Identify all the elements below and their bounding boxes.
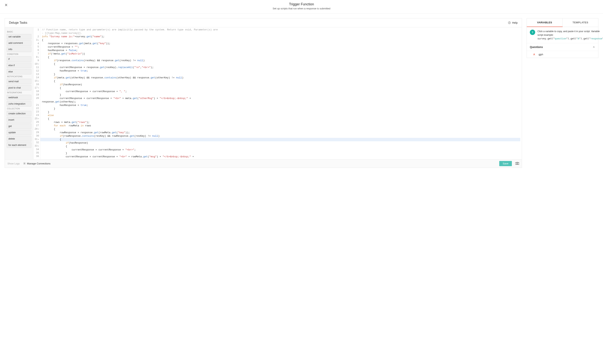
svg-rect-9 — [516, 164, 518, 164]
task-item-info[interactable]: info — [7, 47, 31, 52]
svg-rect-8 — [518, 163, 519, 163]
questions-section-title: Questions — [530, 46, 543, 48]
gutter: 123▼45678▼910▼1112131415▼1617▼1819202122… — [34, 27, 40, 159]
question-badge: A — [533, 53, 536, 56]
code-line[interactable]: } — [42, 110, 520, 114]
keyboard-icon[interactable] — [515, 162, 519, 165]
code-line[interactable]: hasResponse = false; — [42, 49, 520, 52]
line-number: 23 — [34, 110, 39, 114]
line-number: 20 — [34, 96, 39, 100]
variables-info: ? Click a variable to copy, and paste it… — [527, 27, 598, 43]
code-line[interactable]: if(meta.get(otherKey) && response.contai… — [42, 76, 520, 80]
task-item-send-mail[interactable]: send mail — [7, 79, 31, 84]
task-item-insert[interactable]: insert — [7, 117, 31, 123]
line-number: 3▼ — [34, 38, 39, 42]
manage-connections-link[interactable]: Manage Connections — [23, 162, 50, 165]
line-number: 4 — [34, 42, 39, 45]
code-line[interactable]: response.get(otherKey); — [42, 100, 520, 104]
code-line[interactable]: } — [42, 73, 520, 76]
task-item-update[interactable]: update — [7, 130, 31, 135]
tab-templates[interactable]: TEMPLATES — [563, 18, 598, 27]
task-item-post-to-chat[interactable]: post to chat — [7, 85, 31, 90]
line-number: 22 — [34, 107, 39, 110]
code-line[interactable]: if(response.contains(resKey) && response… — [42, 59, 520, 62]
page-subtitle: Set up scripts that run when a response … — [0, 7, 603, 10]
task-item-if[interactable]: if — [7, 56, 31, 62]
code-line[interactable]: if(rowResponse.contains(resKey) && rowRe… — [42, 134, 520, 138]
show-logs-link[interactable]: Show Logs — [7, 162, 20, 165]
task-group-title: BASIC — [7, 31, 31, 33]
task-item-for-each-element[interactable]: for each element — [7, 142, 31, 148]
task-item-else-if[interactable]: else if — [7, 63, 31, 68]
code-line[interactable]: { — [42, 128, 520, 131]
line-number: 29 — [34, 131, 39, 134]
help-label: Help — [512, 21, 518, 24]
code-line[interactable]: if(hasResponse) — [42, 83, 520, 86]
close-icon — [4, 3, 8, 7]
svg-rect-6 — [517, 163, 517, 163]
code-line[interactable]: if(hasResponse) — [42, 141, 520, 145]
code-line[interactable]: else — [42, 114, 520, 117]
line-number: 19 — [34, 93, 39, 96]
chevron-up-icon — [592, 46, 595, 48]
code-line[interactable]: } — [42, 107, 520, 110]
code-line[interactable]: } — [42, 152, 520, 155]
code-line[interactable]: // Function name, return type and parame… — [42, 28, 520, 32]
page-title: Trigger Function — [0, 2, 603, 6]
code-line[interactable]: hasResponse = true; — [42, 104, 520, 107]
code-line[interactable]: { — [42, 56, 520, 59]
code-line[interactable]: currentResponse = currentResponse + "<br… — [42, 148, 520, 152]
code-line[interactable]: if(!meta.get("isMatrix")) — [42, 52, 520, 56]
task-item-delete[interactable]: delete — [7, 136, 31, 141]
code-line[interactable]: currentResponse = currentResponse + "<b>… — [42, 155, 520, 158]
line-number: 36 — [34, 155, 39, 158]
code-line[interactable]: hasResponse = true; — [42, 69, 520, 73]
questions-section-header[interactable]: Questions — [527, 43, 598, 51]
task-item-else[interactable]: else — [7, 69, 31, 74]
task-group-title: INTEGRATIONS — [7, 92, 31, 94]
line-number: 13 — [34, 73, 39, 76]
line-number: 26 — [34, 120, 39, 124]
code-line[interactable]: { — [42, 38, 520, 42]
code-line[interactable]: { — [42, 80, 520, 83]
code-line[interactable]: rows = meta.get("rows"); — [42, 121, 520, 124]
code-line[interactable]: { — [42, 62, 520, 66]
code-line[interactable]: currentResponse = currentResponse + "<b>… — [42, 97, 520, 100]
code-editor[interactable]: 123▼45678▼910▼1112131415▼1617▼1819202122… — [34, 27, 522, 159]
code-line[interactable]: response = responses.get(meta.get("key")… — [42, 42, 520, 45]
code-line[interactable]: { — [42, 86, 520, 90]
line-number: 1 — [34, 28, 39, 32]
task-item-create-collection[interactable]: create collection — [7, 111, 31, 116]
close-button[interactable] — [4, 3, 8, 7]
code-line[interactable]: currentResponse = currentResponse + ", "… — [42, 90, 520, 93]
question-item[interactable]: Agjyh — [527, 51, 598, 58]
line-number: 8▼ — [34, 55, 39, 59]
code-line[interactable]: } — [42, 93, 520, 97]
task-item-webhook[interactable]: webhook — [7, 95, 31, 100]
code-line[interactable]: currentResponse = ""; — [42, 45, 520, 49]
code-line[interactable]: { — [42, 145, 520, 148]
code-line[interactable]: for each rowMeta in rows — [42, 124, 520, 128]
task-item-zoho-integration[interactable]: zoho integration — [7, 101, 31, 106]
code-line[interactable]: rowResponse = response.get(rowMeta.get("… — [42, 131, 520, 134]
line-number: 25▼ — [34, 117, 39, 120]
code-line[interactable]: { — [40, 138, 520, 141]
line-number: 16 — [34, 83, 39, 86]
task-item-add-comment[interactable]: add comment — [7, 40, 31, 46]
code-line[interactable]: info "Survey name is:"+survey.get("name"… — [42, 35, 520, 38]
task-item-get[interactable]: get — [7, 124, 31, 129]
task-item-set-variable[interactable]: set variable — [7, 34, 31, 39]
line-number: 6 — [34, 48, 39, 52]
code-line[interactable]: - [{type:Map,name:survey}]. — [42, 32, 520, 35]
line-number: 7 — [34, 52, 39, 55]
line-number: 21 — [34, 104, 39, 107]
code-line[interactable]: currentResponse = response.get(resKey).r… — [42, 66, 520, 69]
code-lines[interactable]: // Function name, return type and parame… — [40, 27, 522, 159]
save-button[interactable]: Save — [499, 161, 512, 166]
code-line[interactable]: { — [42, 117, 520, 121]
tab-variables[interactable]: VARIABLES — [527, 18, 563, 27]
svg-rect-3 — [515, 162, 519, 164]
help-link[interactable]: Help — [508, 21, 518, 24]
line-number: 12 — [34, 69, 39, 73]
line-number: 14 — [34, 76, 39, 79]
